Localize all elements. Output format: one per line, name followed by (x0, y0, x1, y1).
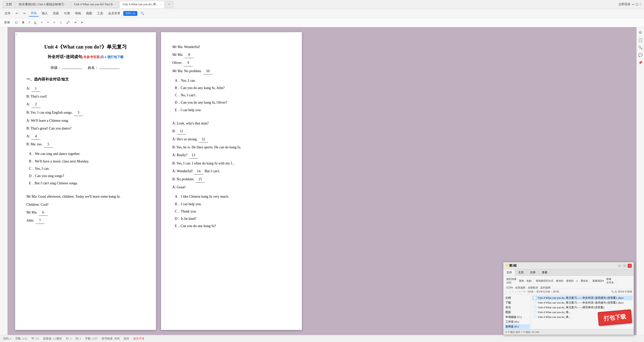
dialog3-b2-text: B: Yes, he is. He likes sports. He can d… (172, 145, 241, 149)
status-review[interactable]: 校对 (124, 337, 129, 340)
wps-ai-button[interactable]: WPS AI (123, 11, 137, 16)
dialog-mrma-wonderful-text: Mr Ma: Wonderful! (172, 45, 200, 49)
maximize-button[interactable]: □ (636, 3, 638, 7)
sidebar-icon-3[interactable]: 🔍 (638, 45, 643, 50)
tab-active[interactable]: Unit 4 What can you do_单... × (119, 1, 164, 8)
fe-back-icon[interactable]: ← (505, 290, 507, 293)
font-size[interactable]: 12 (13, 20, 19, 25)
tab-partb-close-icon[interactable]: × (114, 3, 116, 6)
dialog3-a3: A: Really? 13 (172, 152, 291, 158)
fe-address-bar[interactable]: ← → ↑ → ↑ ⌂ > 5 > 3试卷 > 第4单元试卷 > 第3组 🔍 在… (503, 289, 634, 294)
indent-less[interactable]: ⇤ (79, 20, 85, 25)
dialog2-mrma2: Mr Ma: 6 (26, 209, 145, 216)
blank-10: 10 (203, 68, 212, 74)
status-font-warning[interactable]: 缺失字体 (133, 337, 144, 340)
toolbar-start[interactable]: 开始 (29, 10, 39, 17)
minimize-button[interactable]: ─ (632, 3, 634, 7)
tab-exercise[interactable]: 快乐暑假(试): Unit 4 基础达标卷① × (16, 1, 70, 8)
fe-file-2[interactable]: 📄 Unit 4 What can you do_单元复习——补全对话+连词成句… (532, 300, 633, 305)
toolbar-tools[interactable]: 工具 (95, 11, 105, 16)
blank-7: 7 (35, 217, 45, 224)
dialog-speaker-a1: A: (26, 87, 31, 90)
fe-move-btn[interactable]: 移动到 (555, 279, 565, 283)
fe-file-3-name: Unit 4 What can you do_单元复习——填写单词 (含答案) (538, 306, 604, 309)
toolbar-view[interactable]: 视图 (84, 11, 94, 16)
tab-active-close-icon[interactable]: × (160, 3, 161, 6)
tab-exercise-close-icon[interactable]: × (66, 3, 67, 6)
toolbar-page[interactable]: 页面 (51, 11, 61, 16)
toolbar-insert[interactable]: 插入 (40, 11, 50, 16)
class-field[interactable] (62, 69, 82, 69)
fe-up-icon[interactable]: ↑ (512, 290, 513, 293)
fe-rename-btn[interactable]: 重命名 (580, 279, 589, 283)
tab-doc[interactable]: 文档 (3, 1, 15, 8)
bold-button[interactable]: B (21, 20, 26, 25)
align-left[interactable]: ≡ (39, 20, 44, 25)
fe-copypath-btn[interactable]: 复制路径到方式 (535, 279, 554, 283)
italic-button[interactable]: I (27, 20, 31, 25)
fe-maximize-btn[interactable]: □ (623, 264, 627, 268)
fe-nav-e[interactable]: 老师盘 (E:) (504, 324, 530, 329)
fe-search-box[interactable]: 🔍 在 第3组 中搜索 (611, 290, 632, 293)
fe-file-4-name: Unit 4 What can you do_单... (538, 310, 571, 314)
font-color[interactable]: A (58, 20, 63, 25)
close-button[interactable]: × (639, 3, 641, 7)
fe-newfolder-btn[interactable]: 新建项目▾ (591, 279, 605, 283)
dialog2-john-speaker: John: (26, 219, 35, 222)
fe-minimize-btn[interactable]: ─ (618, 264, 622, 268)
sidebar-icon-5[interactable]: 📌 (638, 60, 643, 65)
fe-tab-file[interactable]: 文件 (503, 269, 515, 276)
align-center[interactable]: ≡ (46, 20, 50, 25)
fe-nav-c[interactable]: 本地磁盘 (C:) (504, 315, 530, 319)
fe-paste-btn[interactable]: 粘贴 (526, 279, 533, 283)
dialog3-a1: A: Look, who's that man? (172, 120, 291, 126)
sidebar-icon-1[interactable]: ⚙ (638, 30, 643, 35)
fe-nav-download[interactable]: 下载 (504, 300, 530, 305)
toolbar-review[interactable]: 审阅 (73, 11, 83, 16)
toolbar-undo[interactable]: ↩ (14, 11, 20, 16)
dialog2-mrma2-speaker: Mr Ma: (26, 210, 38, 214)
fe-close-btn[interactable]: × (628, 264, 632, 268)
indent-more[interactable]: ⇥ (72, 20, 78, 25)
fe-nav-doc[interactable]: 文档 (504, 295, 530, 300)
fe-tabs: 文件 主页 共享 查看 (503, 269, 634, 276)
underline-button[interactable]: U (33, 20, 38, 25)
fe-window-buttons: ─ □ × (618, 264, 632, 268)
font-name[interactable]: 宋体 (3, 20, 12, 25)
align-right[interactable]: ≡ (52, 20, 57, 25)
blank-1: 1 (31, 85, 41, 92)
fe-copy-btn[interactable]: 复制 (518, 279, 525, 283)
fe-nav-pic[interactable]: 图面 (504, 310, 530, 315)
tab-partb[interactable]: Unit 4 What can you do? Part B × (71, 1, 119, 8)
fe-pin-btn[interactable]: 固定快速访问 (505, 277, 517, 285)
fe-forward-icon[interactable]: → (508, 290, 511, 293)
blank-8: 8 (185, 52, 194, 58)
sidebar-icon-4[interactable]: 💬 (638, 52, 643, 58)
fe-file-1[interactable]: 📄 Unit 4 What can you do_单元复习——补全对话+连词成句… (532, 295, 633, 300)
toolbar-ref[interactable]: 引用 (62, 11, 72, 16)
fe-copydest-btn[interactable]: 复制到 (565, 279, 575, 283)
toolbar-search[interactable]: 🔍 (138, 11, 146, 16)
fe-nav-music[interactable]: 音乐 (504, 305, 530, 310)
register-button[interactable]: 立即登录 (618, 2, 630, 7)
tab-new[interactable]: + (165, 1, 173, 8)
download-badge[interactable]: 打包下载 (598, 309, 632, 326)
fe-tab-share[interactable]: 共享 (527, 269, 539, 276)
dialog3-a4-suffix: But I can't. (204, 169, 220, 173)
highlight[interactable]: 🖍 (65, 20, 71, 25)
sidebar-icon-2[interactable]: 📋 (638, 37, 643, 43)
fe-delete-btn[interactable]: ✕ (575, 279, 579, 283)
fe-file-3[interactable]: 📄 Unit 4 What can you do_单元复习——填写单词 (含答案… (532, 305, 633, 310)
dialog-oliver-9-speaker: Oliver: (172, 61, 183, 65)
dialog-mrma-8: Mr Ma: 8 (172, 52, 291, 58)
toolbar-vip[interactable]: 会员专享 (106, 11, 122, 16)
toolbar-file[interactable]: 文件 (3, 11, 13, 16)
blank-15: 15 (196, 176, 205, 183)
fe-tab-view[interactable]: 查看 (539, 269, 551, 276)
dialog3-b4: B: No problem. 15 (172, 176, 291, 183)
fe-nav-d[interactable]: 工作室 (D:) (504, 319, 530, 324)
fe-newdir-btn[interactable]: 新建文件夹 (605, 277, 615, 285)
toolbar-redo[interactable]: ↪ (21, 11, 28, 16)
fe-tab-home[interactable]: 主页 (515, 269, 527, 276)
name-field[interactable] (99, 69, 119, 69)
